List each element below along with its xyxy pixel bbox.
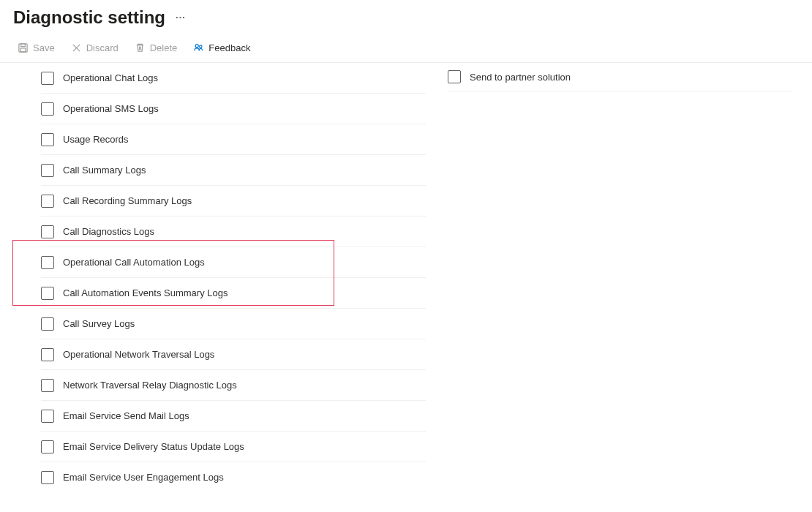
destinations-list: Send to partner solution	[448, 63, 793, 91]
category-checkbox[interactable]	[41, 102, 54, 116]
category-checkbox[interactable]	[41, 195, 54, 208]
destination-row[interactable]: Send to partner solution	[448, 63, 793, 91]
category-row[interactable]: Call Recording Summary Logs	[41, 186, 426, 217]
delete-label: Delete	[150, 42, 178, 53]
category-label: Call Automation Events Summary Logs	[63, 287, 228, 298]
save-label: Save	[33, 42, 55, 53]
category-label: Operational Call Automation Logs	[63, 257, 205, 268]
save-icon	[18, 42, 29, 53]
category-row[interactable]: Operational SMS Logs	[41, 94, 426, 124]
close-icon	[71, 42, 82, 53]
category-label: Email Service User Engagement Logs	[63, 472, 224, 483]
category-checkbox[interactable]	[41, 317, 54, 331]
discard-button[interactable]: Discard	[64, 38, 126, 58]
save-button[interactable]: Save	[10, 38, 62, 58]
categories-list: Operational Chat LogsOperational SMS Log…	[41, 63, 426, 492]
category-checkbox[interactable]	[41, 410, 54, 423]
category-label: Operational Chat Logs	[63, 72, 158, 83]
category-row[interactable]: Call Diagnostics Logs	[41, 217, 426, 247]
category-checkbox[interactable]	[41, 440, 54, 453]
page-header: Diagnostic setting ···	[0, 0, 812, 38]
category-checkbox[interactable]	[41, 72, 54, 85]
svg-point-8	[200, 45, 202, 48]
trash-icon	[135, 42, 146, 53]
page-title: Diagnostic setting	[13, 7, 165, 28]
category-row[interactable]: Operational Chat Logs	[41, 63, 426, 94]
destinations-column: Send to partner solution	[448, 63, 793, 91]
category-row[interactable]: Call Automation Events Summary Logs	[41, 278, 426, 309]
category-label: Usage Records	[63, 134, 129, 145]
category-row[interactable]: Network Traversal Relay Diagnostic Logs	[41, 370, 426, 401]
category-row[interactable]: Operational Call Automation Logs	[41, 247, 426, 278]
category-row[interactable]: Operational Network Traversal Logs	[41, 339, 426, 370]
category-label: Call Diagnostics Logs	[63, 226, 154, 237]
category-row[interactable]: Call Survey Logs	[41, 309, 426, 339]
category-row[interactable]: Email Service Send Mail Logs	[41, 401, 426, 432]
category-label: Call Summary Logs	[63, 165, 146, 176]
svg-rect-1	[21, 44, 26, 47]
category-checkbox[interactable]	[41, 287, 54, 300]
category-checkbox[interactable]	[41, 225, 54, 238]
category-checkbox[interactable]	[41, 256, 54, 269]
category-row[interactable]: Usage Records	[41, 124, 426, 155]
feedback-label: Feedback	[208, 42, 250, 53]
svg-point-7	[195, 45, 198, 48]
category-label: Email Service Delivery Status Update Log…	[63, 441, 244, 452]
feedback-icon	[193, 42, 204, 53]
category-checkbox[interactable]	[41, 471, 54, 484]
category-checkbox[interactable]	[41, 133, 54, 146]
category-label: Network Traversal Relay Diagnostic Logs	[63, 380, 237, 391]
category-label: Call Survey Logs	[63, 318, 135, 329]
category-checkbox[interactable]	[41, 379, 54, 392]
feedback-button[interactable]: Feedback	[186, 38, 257, 58]
category-label: Operational Network Traversal Logs	[63, 349, 214, 360]
more-icon[interactable]: ···	[176, 12, 186, 23]
category-row[interactable]: Call Summary Logs	[41, 155, 426, 186]
destination-checkbox[interactable]	[448, 70, 461, 83]
content-region: Operational Chat LogsOperational SMS Log…	[0, 63, 812, 492]
svg-rect-2	[20, 48, 26, 52]
category-row[interactable]: Email Service Delivery Status Update Log…	[41, 432, 426, 462]
categories-column: Operational Chat LogsOperational SMS Log…	[0, 63, 426, 492]
delete-button[interactable]: Delete	[127, 38, 185, 58]
category-checkbox[interactable]	[41, 164, 54, 177]
discard-label: Discard	[86, 42, 119, 53]
category-row[interactable]: Email Service User Engagement Logs	[41, 462, 426, 492]
destination-label: Send to partner solution	[470, 72, 571, 83]
category-label: Call Recording Summary Logs	[63, 195, 192, 206]
category-label: Email Service Send Mail Logs	[63, 410, 189, 421]
category-checkbox[interactable]	[41, 348, 54, 361]
category-label: Operational SMS Logs	[63, 103, 159, 114]
toolbar: Save Discard Delete Feedback	[0, 38, 812, 63]
